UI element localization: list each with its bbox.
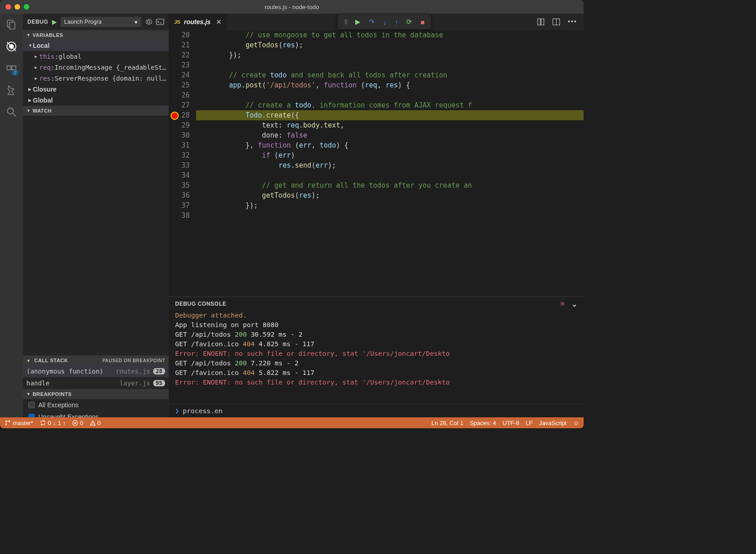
console-line: Error: ENOENT: no such file or directory…	[175, 349, 577, 359]
compare-icon[interactable]	[537, 18, 545, 26]
editor-actions: •••	[537, 18, 584, 26]
collapse-arrow-icon: ▼	[26, 359, 31, 363]
callstack-frame[interactable]: handlelayer.js95	[23, 377, 169, 389]
step-over-button[interactable]: ↷	[369, 18, 375, 26]
svg-point-14	[5, 421, 6, 421]
step-into-button[interactable]: ↓	[383, 18, 387, 26]
variables-title: VARIABLES	[32, 32, 63, 38]
window-title: routes.js - node-todo	[0, 4, 584, 10]
start-debug-button[interactable]: ▶	[52, 18, 57, 26]
vscode-window: routes.js - node-todo 2 DEBUG	[0, 0, 584, 428]
search-icon[interactable]	[5, 106, 18, 118]
callstack-frame[interactable]: (anonymous function)routes.js28	[23, 365, 169, 377]
stop-button[interactable]: ■	[420, 18, 425, 26]
collapse-panel-button[interactable]: ⌄	[571, 300, 578, 308]
titlebar: routes.js - node-todo	[0, 0, 584, 14]
feedback-icon[interactable]: ☺	[573, 420, 579, 426]
console-line: GET /api/todos 200 30.592 ms - 2	[175, 330, 577, 339]
source-control-badge: 2	[11, 70, 19, 76]
console-line: Error: ENOENT: no such file or directory…	[175, 378, 577, 387]
breakpoint-row[interactable]: Uncaught Exceptions	[23, 411, 169, 417]
cursor-position[interactable]: Ln 28, Col 1	[431, 420, 463, 426]
encoding[interactable]: UTF-8	[502, 420, 519, 426]
breakpoint-marker[interactable]	[171, 112, 179, 120]
callstack-section-header[interactable]: ▼ CALL STACK PAUSED ON BREAKPOINT	[23, 355, 169, 365]
svg-rect-5	[7, 66, 11, 70]
watch-body	[23, 116, 169, 355]
clear-console-button[interactable]: ≡	[560, 300, 565, 308]
warnings-count[interactable]: 0	[90, 420, 101, 426]
svg-rect-1	[10, 22, 15, 29]
line-gutter[interactable]: 20212223242526272829303132333435363738	[169, 30, 196, 297]
panel-header: DEBUG CONSOLE ≡ ⌄	[169, 297, 584, 311]
step-out-button[interactable]: ↑	[395, 18, 399, 26]
debug-settings-button[interactable]	[145, 18, 152, 26]
explorer-icon[interactable]	[5, 18, 18, 31]
activity-bar: 2	[0, 14, 23, 417]
close-tab-button[interactable]: ✕	[214, 18, 222, 26]
variables-group[interactable]: ▶ Closure	[23, 84, 169, 95]
indent-info[interactable]: Spaces: 4	[470, 420, 496, 426]
toolbar-grip-icon[interactable]: ⁞⁞	[344, 18, 347, 26]
debug-icon[interactable]	[5, 40, 18, 53]
callstack-status: PAUSED ON BREAKPOINT	[102, 358, 165, 363]
breakpoint-row[interactable]: All Exceptions	[23, 399, 169, 411]
variable-row[interactable]: ▶ req: IncomingMessage {_readableSt…	[23, 62, 169, 73]
extensions-icon[interactable]	[5, 84, 18, 97]
tab-filename: routes.js	[184, 18, 210, 26]
code-content[interactable]: // use mongoose to get all todos in the …	[196, 30, 584, 297]
collapse-arrow-icon: ▼	[26, 33, 31, 37]
continue-button[interactable]: ▶	[355, 18, 361, 26]
launch-config-label: Launch Progra	[64, 19, 102, 25]
console-line: Debugger attached.	[175, 311, 577, 320]
console-line: GET /favicon.ico 404 4.825 ms - 117	[175, 339, 577, 349]
watch-section-header[interactable]: ▼ WATCH	[23, 106, 169, 116]
console-input[interactable]: process.en	[183, 407, 223, 415]
breakpoints-title: BREAKPOINTS	[32, 391, 72, 397]
console-input-row[interactable]: ❯ process.en	[169, 404, 584, 417]
breakpoints-section-header[interactable]: ▼ BREAKPOINTS	[23, 389, 169, 399]
split-editor-button[interactable]	[552, 18, 560, 26]
svg-rect-9	[156, 19, 164, 25]
variable-row[interactable]: ▶ this: global	[23, 51, 169, 62]
checkbox[interactable]	[28, 402, 35, 408]
editor-tab-routes[interactable]: JS routes.js ✕	[169, 14, 227, 30]
minimize-window-button[interactable]	[15, 4, 20, 10]
callstack-title: CALL STACK	[34, 358, 68, 363]
language-mode[interactable]: JavaScript	[539, 420, 567, 426]
sync-up: 1	[58, 420, 61, 426]
source-control-icon[interactable]: 2	[5, 62, 18, 75]
variables-group[interactable]: ▼ Local	[23, 40, 169, 51]
debug-console-toggle[interactable]	[156, 19, 164, 25]
launch-config-select[interactable]: Launch Progra ▾	[61, 17, 141, 27]
panel-title: DEBUG CONSOLE	[175, 301, 227, 307]
prompt-icon: ❯	[175, 407, 179, 415]
svg-line-8	[13, 113, 16, 117]
errors-count[interactable]: 0	[72, 420, 83, 426]
variable-row[interactable]: ▶ res: ServerResponse {domain: null…	[23, 73, 169, 84]
svg-rect-6	[12, 66, 16, 70]
checkbox[interactable]	[28, 414, 35, 417]
svg-rect-11	[541, 19, 544, 25]
maximize-window-button[interactable]	[24, 4, 29, 10]
restart-button[interactable]: ⟳	[406, 18, 412, 26]
js-file-icon: JS	[174, 19, 180, 25]
code-editor[interactable]: 20212223242526272829303132333435363738 /…	[169, 30, 584, 297]
debug-header: DEBUG ▶ Launch Progra ▾	[23, 14, 169, 30]
console-line: App listening on port 8080	[175, 320, 577, 330]
git-branch[interactable]: master*	[5, 420, 33, 426]
svg-point-7	[7, 108, 13, 114]
dropdown-arrow-icon: ▾	[135, 19, 138, 26]
svg-point-21	[93, 424, 93, 425]
status-bar: master* 0↓ 1↑ 0 0 Ln 28, Col 1 Spaces: 4…	[0, 417, 584, 428]
variables-section-header[interactable]: ▼ VARIABLES	[23, 30, 169, 40]
close-window-button[interactable]	[5, 4, 11, 10]
eol[interactable]: LF	[526, 420, 533, 426]
debug-sidebar: DEBUG ▶ Launch Progra ▾ ▼ VARIABLES ▼ Lo…	[23, 14, 169, 417]
console-output[interactable]: Debugger attached.App listening on port …	[169, 311, 584, 404]
console-line: GET /api/todos 200 7.220 ms - 2	[175, 359, 577, 368]
debug-toolbar[interactable]: ⁞⁞ ▶ ↷ ↓ ↑ ⟳ ■	[338, 15, 431, 29]
variables-group[interactable]: ▶ Global	[23, 95, 169, 106]
more-actions-button[interactable]: •••	[568, 18, 577, 26]
sync-status[interactable]: 0↓ 1↑	[40, 420, 66, 426]
